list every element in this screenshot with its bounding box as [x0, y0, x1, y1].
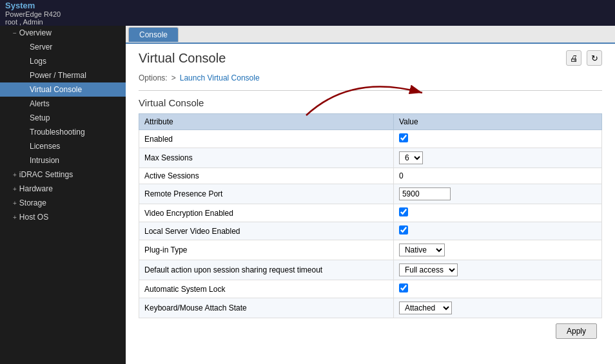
- attribute-value[interactable]: [393, 130, 601, 148]
- attribute-value[interactable]: NativeActiveXJava: [393, 240, 601, 260]
- refresh-button[interactable]: ↻: [587, 50, 602, 66]
- table-row: Automatic System Lock: [139, 280, 602, 298]
- table-row: Default action upon session sharing requ…: [139, 260, 602, 280]
- select-input[interactable]: NativeActiveXJava: [399, 244, 445, 256]
- system-subtitle: PowerEdge R420 root , Admin: [5, 10, 61, 26]
- attribute-value[interactable]: [393, 222, 601, 240]
- attribute-label: Enabled: [139, 130, 394, 148]
- select-input[interactable]: 123456: [399, 151, 423, 164]
- sidebar-item-label: iDRAC Settings: [19, 170, 73, 179]
- options-row: Options: > Launch Virtual Console: [139, 73, 602, 82]
- top-bar: System PowerEdge R420 root , Admin: [0, 0, 615, 26]
- checkbox-input[interactable]: [399, 207, 408, 216]
- expand-icon: +: [13, 200, 17, 207]
- expand-icon: +: [13, 186, 17, 193]
- attribute-label: Video Encryption Enabled: [139, 204, 394, 222]
- sidebar: −OverviewServerLogsPower / ThermalVirtua…: [0, 26, 126, 364]
- sidebar-item-idrac-settings[interactable]: +iDRAC Settings: [0, 168, 126, 182]
- checkbox-input[interactable]: [399, 225, 408, 235]
- table-row: Local Server Video Enabled: [139, 222, 602, 240]
- sidebar-item-label: Hardware: [19, 184, 53, 193]
- attribute-value[interactable]: AttachedDetached: [393, 298, 601, 318]
- sidebar-item-label: Virtual Console: [30, 85, 82, 94]
- attribute-label: Local Server Video Enabled: [139, 222, 394, 240]
- sidebar-item-label: Power / Thermal: [30, 71, 86, 80]
- sidebar-item-storage[interactable]: +Storage: [0, 196, 126, 210]
- page-content: Virtual Console 🖨 ↻ Options: > Launch Vi…: [126, 44, 615, 364]
- sidebar-item-virtual-console[interactable]: Virtual Console: [0, 82, 126, 97]
- attribute-label: Plug-in Type: [139, 240, 394, 260]
- attribute-table: Attribute Value EnabledMax Sessions12345…: [139, 113, 602, 318]
- options-section: Options: > Launch Virtual Console: [139, 73, 602, 82]
- tab-bar: Console: [126, 26, 615, 44]
- select-input[interactable]: AttachedDetached: [399, 302, 452, 314]
- sidebar-item-label: Server: [30, 43, 52, 52]
- sidebar-item-overview[interactable]: −Overview: [0, 26, 126, 40]
- sidebar-item-hardware[interactable]: +Hardware: [0, 182, 126, 196]
- attribute-label: Automatic System Lock: [139, 280, 394, 298]
- sidebar-item-label: Setup: [30, 113, 50, 122]
- console-tab[interactable]: Console: [128, 27, 179, 42]
- sidebar-item-server[interactable]: Server: [0, 40, 126, 54]
- checkbox-input[interactable]: [399, 133, 408, 142]
- sidebar-item-label: Storage: [19, 198, 46, 207]
- expand-icon: +: [13, 171, 17, 178]
- attribute-label: Max Sessions: [139, 148, 394, 168]
- col-value: Value: [393, 114, 601, 130]
- sidebar-item-licenses[interactable]: Licenses: [0, 139, 126, 153]
- table-row: Enabled: [139, 130, 602, 148]
- col-attribute: Attribute: [139, 114, 394, 130]
- expand-icon: +: [13, 214, 17, 221]
- sidebar-item-setup[interactable]: Setup: [0, 111, 126, 125]
- attribute-value: 0: [393, 168, 601, 184]
- options-label: Options:: [139, 73, 168, 82]
- table-row: Active Sessions0: [139, 168, 602, 184]
- table-row: Video Encryption Enabled: [139, 204, 602, 222]
- sidebar-item-label: Intrusion: [30, 156, 59, 165]
- sidebar-item-label: Overview: [19, 28, 52, 37]
- system-title: System: [5, 1, 61, 10]
- sidebar-item-label: Alerts: [30, 99, 50, 108]
- sidebar-item-troubleshooting[interactable]: Troubleshooting: [0, 125, 126, 139]
- print-button[interactable]: 🖨: [566, 50, 581, 66]
- apply-button[interactable]: Apply: [556, 323, 597, 339]
- sidebar-item-label: Logs: [30, 57, 46, 66]
- attribute-value[interactable]: [393, 184, 601, 204]
- attribute-label: Keyboard/Mouse Attach State: [139, 298, 394, 318]
- attribute-label: Default action upon session sharing requ…: [139, 260, 394, 280]
- page-title-row: Virtual Console 🖨 ↻: [139, 50, 602, 66]
- options-arrow: >: [171, 73, 176, 82]
- sidebar-item-label: Host OS: [19, 213, 48, 222]
- table-row: Remote Presence Port: [139, 184, 602, 204]
- table-row: Plug-in TypeNativeActiveXJava: [139, 240, 602, 260]
- page-title: Virtual Console: [139, 51, 226, 66]
- checkbox-input[interactable]: [399, 283, 408, 292]
- sidebar-item-logs[interactable]: Logs: [0, 54, 126, 68]
- launch-virtual-console-link[interactable]: Launch Virtual Console: [180, 73, 260, 82]
- page-icons: 🖨 ↻: [566, 50, 602, 66]
- attribute-value[interactable]: 123456: [393, 148, 601, 168]
- sidebar-item-label: Troubleshooting: [30, 128, 85, 137]
- sidebar-item-intrusion[interactable]: Intrusion: [0, 153, 126, 168]
- sidebar-item-alerts[interactable]: Alerts: [0, 97, 126, 111]
- table-row: Keyboard/Mouse Attach StateAttachedDetac…: [139, 298, 602, 318]
- main-content: Console Virtual Console 🖨 ↻ Options: > L…: [126, 26, 615, 364]
- table-row: Max Sessions123456: [139, 148, 602, 168]
- attribute-label: Active Sessions: [139, 168, 394, 184]
- sidebar-item-power-thermal[interactable]: Power / Thermal: [0, 68, 126, 82]
- attribute-value[interactable]: [393, 204, 601, 222]
- sidebar-item-host-os[interactable]: +Host OS: [0, 210, 126, 224]
- select-input[interactable]: Full accessRead onlyDeny: [399, 263, 458, 276]
- collapse-icon: −: [13, 30, 17, 37]
- apply-row: Apply: [139, 318, 602, 341]
- attribute-label: Remote Presence Port: [139, 184, 394, 204]
- text-input[interactable]: [399, 187, 451, 200]
- sidebar-item-label: Licenses: [30, 142, 60, 151]
- section-title: Virtual Console: [139, 97, 602, 108]
- attribute-value[interactable]: [393, 280, 601, 298]
- attribute-value[interactable]: Full accessRead onlyDeny: [393, 260, 601, 280]
